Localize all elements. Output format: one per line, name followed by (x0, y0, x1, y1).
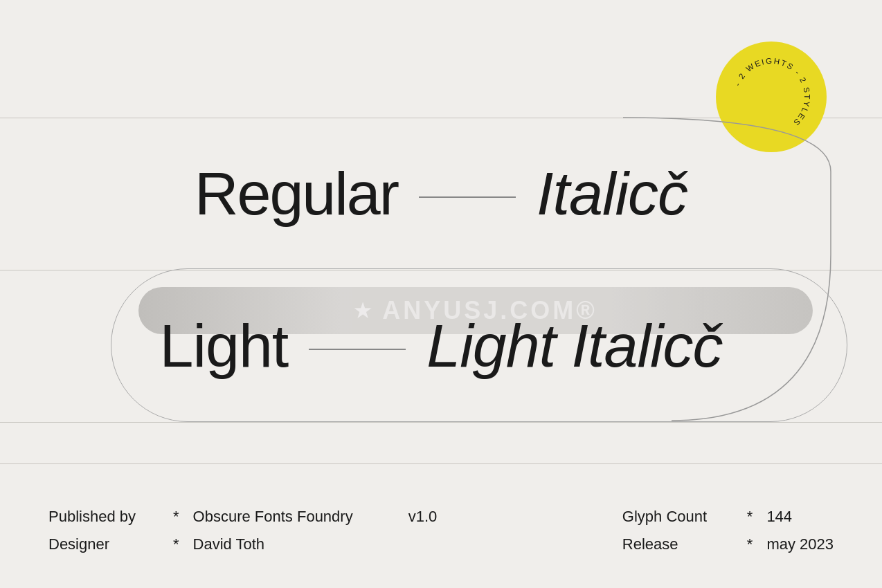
glyph-count-value: 144 (766, 508, 792, 526)
glyph-count-label: Glyph Count (622, 508, 733, 526)
published-by-asterisk: * (173, 508, 179, 526)
light-label: Light (159, 315, 288, 376)
release-label: Release (622, 535, 733, 553)
footer-right-col: Glyph Count * 144 Release * may 2023 (622, 508, 834, 553)
published-by-label: Published by (48, 508, 159, 526)
footer-left-col: Published by * Obscure Fonts Foundry Des… (48, 508, 353, 553)
horizontal-line-footer (0, 463, 882, 464)
published-by-value: Obscure Fonts Foundry (193, 508, 353, 526)
light-italic-label: Light Italicč (426, 315, 722, 376)
top-font-section: Regular Italicč (0, 118, 882, 270)
designer-value: David Toth (193, 535, 265, 553)
regular-italic-row: Regular Italicč (195, 163, 687, 224)
italic-label: Italicč (537, 163, 687, 224)
version-container: v1.0 (408, 508, 438, 526)
version-label: v1.0 (408, 508, 438, 526)
footer: Published by * Obscure Fonts Foundry Des… (48, 508, 834, 553)
dash-separator-top (419, 196, 516, 198)
horizontal-line-bottom (0, 422, 882, 423)
glyph-count-row: Glyph Count * 144 (622, 508, 834, 526)
published-by-row: Published by * Obscure Fonts Foundry (48, 508, 353, 526)
dash-separator-bottom (309, 349, 406, 350)
glyph-count-asterisk: * (747, 508, 753, 526)
designer-label: Designer (48, 535, 159, 553)
bottom-font-section: Light Light Italicč (0, 270, 882, 422)
release-row: Release * may 2023 (622, 535, 834, 553)
light-italic-row: Light Light Italicč (159, 315, 722, 376)
regular-label: Regular (195, 163, 398, 224)
designer-row: Designer * David Toth (48, 535, 353, 553)
release-value: may 2023 (766, 535, 834, 553)
designer-asterisk: * (173, 535, 179, 553)
release-asterisk: * (747, 535, 753, 553)
